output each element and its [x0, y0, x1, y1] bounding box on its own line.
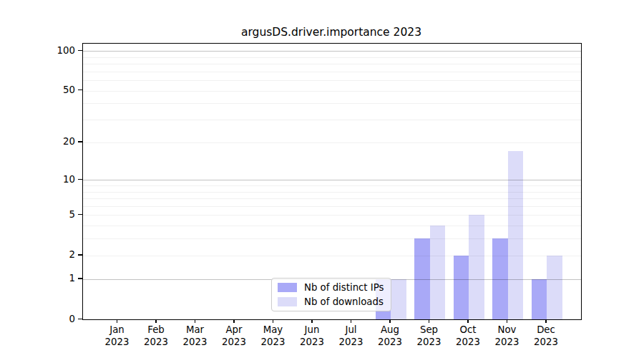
y-tick-1 — [78, 278, 82, 279]
y-tick-label-2: 2 — [25, 249, 75, 260]
x-tick-aug — [389, 319, 390, 323]
legend-label-downloads: Nb of downloads — [304, 297, 384, 307]
legend-label-distinct-ips: Nb of distinct IPs — [304, 283, 384, 293]
y-tick-label-5: 5 — [25, 209, 75, 220]
chart-title: argusDS.driver.importance 2023 — [82, 26, 580, 39]
legend-swatch-distinct-ips — [278, 283, 297, 292]
x-tick-nov — [507, 319, 507, 323]
x-tick-jun — [311, 319, 312, 323]
bar-distinct-ips-dec — [532, 279, 547, 319]
y-tick-20 — [78, 141, 82, 142]
y-tick-label-1: 1 — [25, 273, 75, 284]
x-tick-sep — [429, 319, 429, 323]
y-tick-label-0: 0 — [25, 314, 75, 324]
legend-item-distinct-ips: Nb of distinct IPs — [278, 283, 391, 293]
bar-downloads-nov — [508, 151, 524, 319]
y-tick-50 — [78, 90, 82, 90]
plot-area: Nb of distinct IPs Nb of downloads — [82, 43, 582, 320]
x-tick-jan — [117, 319, 117, 323]
legend: Nb of distinct IPs Nb of downloads — [271, 278, 391, 311]
bar-distinct-ips-oct — [454, 256, 469, 319]
bar-downloads-oct — [469, 215, 484, 319]
y-tick-0 — [78, 319, 82, 319]
x-tick-may — [273, 319, 273, 323]
x-tick-feb — [155, 319, 156, 323]
bar-distinct-ips-sep — [414, 238, 430, 319]
bar-downloads-dec — [547, 256, 562, 319]
legend-swatch-downloads — [278, 297, 297, 306]
y-tick-label-10: 10 — [25, 174, 75, 185]
y-tick-10 — [78, 179, 82, 180]
x-tick-mar — [195, 319, 195, 323]
y-tick-5 — [78, 214, 82, 215]
x-tick-label-dec: Dec 2023 — [523, 324, 569, 348]
bar-distinct-ips-nov — [492, 238, 508, 319]
bar-downloads-sep — [430, 226, 446, 319]
x-tick-dec — [545, 319, 546, 323]
y-tick-label-20: 20 — [25, 136, 75, 147]
chart-figure: argusDS.driver.importance 2023 Nb of dis… — [0, 0, 644, 358]
y-tick-100 — [78, 50, 82, 51]
x-tick-apr — [233, 319, 234, 323]
y-tick-2 — [78, 254, 82, 255]
legend-item-downloads: Nb of downloads — [278, 297, 391, 307]
bar-downloads-aug — [391, 279, 406, 319]
y-tick-label-50: 50 — [25, 84, 75, 95]
x-tick-jul — [351, 319, 351, 323]
x-tick-oct — [467, 319, 468, 323]
y-tick-label-100: 100 — [25, 45, 75, 56]
